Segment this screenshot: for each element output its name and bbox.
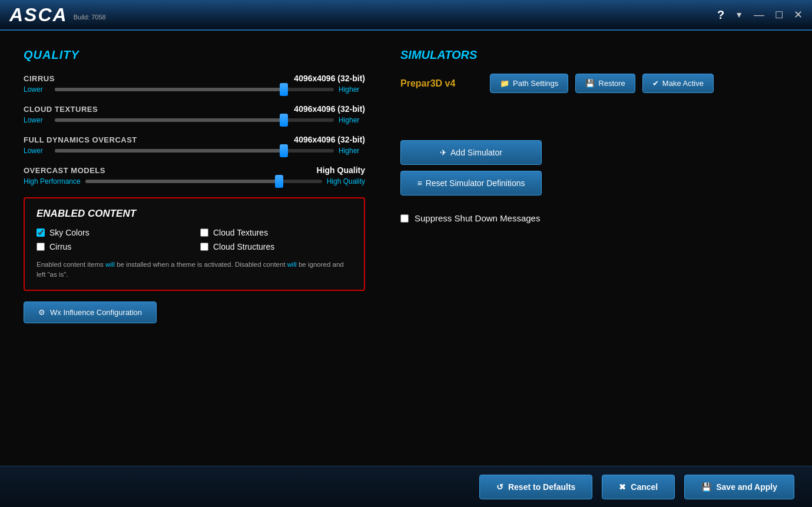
cloud-textures-ec-label: Cloud Textures xyxy=(213,228,268,237)
sky-colors-item: Sky Colors xyxy=(37,228,188,237)
right-panel: SIMULATORS Prepar3D v4 📁 Path Settings 💾… xyxy=(389,48,788,489)
overcast-models-thumb[interactable] xyxy=(275,175,283,188)
wx-influence-button[interactable]: ⚙ Wx Influence Configuration xyxy=(24,301,157,323)
cirrus-item: Cirrus xyxy=(37,242,188,251)
cancel-icon: ✖ xyxy=(619,482,626,492)
overcast-models-fill xyxy=(85,180,280,183)
cirrus-ec-label: Cirrus xyxy=(49,242,71,251)
note-will2: will xyxy=(287,261,297,268)
help-button[interactable]: ? xyxy=(717,8,724,22)
cloud-textures-slider-row: CLOUD TEXTURES 4096x4096 (32-bit) Lower … xyxy=(24,104,365,124)
restore-label: Restore xyxy=(598,79,625,88)
enabled-content-box: ENABLED CONTENT Sky Colors Cloud Texture… xyxy=(24,197,365,291)
simulator-row: Prepar3D v4 📁 Path Settings 💾 Restore ✔ … xyxy=(400,74,788,93)
note-will1: will xyxy=(105,261,115,268)
cirrus-thumb[interactable] xyxy=(280,83,288,96)
cancel-label: Cancel xyxy=(631,482,658,492)
reset-definitions-label: Reset Simulator Definitions xyxy=(426,178,525,188)
cloud-textures-fill xyxy=(55,118,284,122)
cirrus-slider-row: CIRRUS 4096x4096 (32-bit) Lower Higher xyxy=(24,74,365,94)
cloud-textures-value: 4096x4096 (32-bit) xyxy=(294,104,365,114)
cloud-textures-item: Cloud Textures xyxy=(200,228,352,237)
cloud-structures-label: Cloud Structures xyxy=(213,242,274,251)
close-button[interactable]: ✕ xyxy=(794,8,803,21)
full-dynamics-slider-row: FULL DYNAMICS OVERCAST 4096x4096 (32-bit… xyxy=(24,135,365,155)
bottom-bar: ↺ Reset to Defaults ✖ Cancel 💾 Save and … xyxy=(0,466,812,507)
make-active-label: Make Active xyxy=(662,79,704,88)
restore-icon: 💾 xyxy=(585,79,595,88)
add-simulator-button[interactable]: ✈ Add Simulator xyxy=(400,140,542,165)
cloud-textures-thumb[interactable] xyxy=(280,114,288,127)
full-dynamics-lower-label: Lower xyxy=(24,147,50,155)
add-simulator-label: Add Simulator xyxy=(450,148,502,157)
maximize-button[interactable]: ☐ xyxy=(775,9,783,21)
full-dynamics-track[interactable] xyxy=(55,149,334,153)
cancel-button[interactable]: ✖ Cancel xyxy=(602,475,675,499)
wx-influence-label: Wx Influence Configuration xyxy=(50,308,142,317)
cloud-textures-track[interactable] xyxy=(55,118,334,122)
full-dynamics-label: FULL DYNAMICS OVERCAST xyxy=(24,135,137,144)
main-content: QUALITY CIRRUS 4096x4096 (32-bit) Lower … xyxy=(0,31,812,507)
checkmark-icon: ✔ xyxy=(652,79,659,88)
suppress-row: Suppress Shut Down Messages xyxy=(400,213,788,223)
save-apply-button[interactable]: 💾 Save and Apply xyxy=(684,475,794,499)
cloud-structures-checkbox[interactable] xyxy=(200,243,208,251)
sky-colors-checkbox[interactable] xyxy=(37,228,45,237)
cirrus-label: CIRRUS xyxy=(24,74,55,83)
window-controls: ? ▼ — ☐ ✕ xyxy=(717,8,803,22)
left-panel: QUALITY CIRRUS 4096x4096 (32-bit) Lower … xyxy=(24,48,365,489)
sky-colors-label: Sky Colors xyxy=(49,228,90,237)
reset-def-icon: ≡ xyxy=(417,178,422,188)
app-logo: ASCA xyxy=(9,4,68,26)
checkbox-grid: Sky Colors Cloud Textures Cirrus Cloud S… xyxy=(37,228,352,251)
cirrus-lower-label: Lower xyxy=(24,85,50,94)
suppress-shutdown-checkbox[interactable] xyxy=(400,214,409,223)
overcast-models-label: OVERCAST MODELS xyxy=(24,166,105,175)
overcast-models-track[interactable] xyxy=(85,180,322,183)
enabled-content-note: Enabled content items will be installed … xyxy=(37,260,352,280)
cirrus-track[interactable] xyxy=(55,88,334,91)
cloud-structures-item: Cloud Structures xyxy=(200,242,352,251)
save-icon: 💾 xyxy=(701,482,711,492)
restore-button[interactable]: 💾 Restore xyxy=(575,74,635,93)
titlebar: ASCA Build: 7058 ? ▼ — ☐ ✕ xyxy=(0,0,812,31)
cloud-textures-checkbox[interactable] xyxy=(200,228,208,237)
full-dynamics-higher-label: Higher xyxy=(339,147,365,155)
cirrus-value: 4096x4096 (32-bit) xyxy=(294,74,365,83)
reset-icon: ↺ xyxy=(496,482,503,492)
quality-title: QUALITY xyxy=(24,48,365,62)
reset-defaults-label: Reset to Defaults xyxy=(508,482,575,492)
enabled-content-title: ENABLED CONTENT xyxy=(37,208,352,220)
overcast-models-quality-label: High Quality xyxy=(327,177,365,185)
cloud-textures-lower-label: Lower xyxy=(24,116,50,124)
minimize-button[interactable]: — xyxy=(754,9,764,21)
wx-gear-icon: ⚙ xyxy=(38,308,45,317)
reset-definitions-button[interactable]: ≡ Reset Simulator Definitions xyxy=(400,171,542,195)
cirrus-higher-label: Higher xyxy=(339,85,365,94)
overcast-models-slider-row: OVERCAST MODELS High Quality High Perfor… xyxy=(24,165,365,185)
reset-defaults-button[interactable]: ↺ Reset to Defaults xyxy=(479,475,592,499)
cloud-textures-label: CLOUD TEXTURES xyxy=(24,105,98,114)
build-label: Build: 7058 xyxy=(74,14,106,21)
path-settings-label: Path Settings xyxy=(513,79,558,88)
add-sim-area: ✈ Add Simulator ≡ Reset Simulator Defini… xyxy=(400,140,788,201)
full-dynamics-fill xyxy=(55,149,284,153)
plane-icon: ✈ xyxy=(440,148,447,157)
dropdown-button[interactable]: ▼ xyxy=(735,10,743,19)
cloud-textures-higher-label: Higher xyxy=(339,116,365,124)
cirrus-checkbox[interactable] xyxy=(37,243,45,251)
path-settings-button[interactable]: 📁 Path Settings xyxy=(490,74,568,93)
simulator-name: Prepar3D v4 xyxy=(400,78,483,89)
suppress-shutdown-label: Suppress Shut Down Messages xyxy=(415,213,540,223)
full-dynamics-value: 4096x4096 (32-bit) xyxy=(294,135,365,144)
overcast-models-value: High Quality xyxy=(317,165,365,175)
full-dynamics-thumb[interactable] xyxy=(280,144,288,157)
simulators-title: SIMULATORS xyxy=(400,48,788,62)
overcast-models-perf-label: High Performance xyxy=(24,177,81,185)
folder-icon: 📁 xyxy=(500,79,509,88)
cirrus-fill xyxy=(55,88,284,91)
save-apply-label: Save and Apply xyxy=(716,482,777,492)
make-active-button[interactable]: ✔ Make Active xyxy=(642,74,714,93)
